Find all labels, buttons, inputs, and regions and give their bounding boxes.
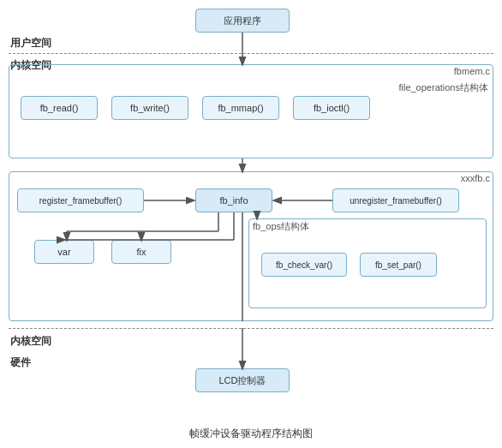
unregister-framebuffer-box: unregister_framebuffer() (332, 188, 459, 212)
diagram-container: 用户空间 内核空间 fbmem.c file_operations结构体 xxx… (0, 0, 502, 448)
user-space-label: 用户空间 (10, 36, 51, 51)
fb-write-box: fb_write() (111, 96, 188, 120)
kernel-space-label-bottom: 内核空间 (10, 334, 51, 349)
dashed-line-top (9, 53, 493, 54)
fb-read-box: fb_read() (21, 96, 98, 120)
fix-box: fix (111, 240, 171, 264)
fb-check-var-box: fb_check_var() (261, 253, 347, 277)
caption: 帧缓冲设备驱动程序结构图 (0, 427, 502, 441)
fbops-label: fb_ops结构体 (253, 220, 309, 233)
hardware-label: 硬件 (10, 355, 31, 370)
dashed-line-middle (9, 328, 493, 329)
lcd-box: LCD控制器 (195, 368, 290, 392)
fb-mmap-box: fb_mmap() (202, 96, 279, 120)
app-box: 应用程序 (195, 9, 290, 33)
fb-ioctl-box: fb_ioctl() (293, 96, 370, 120)
fb-info-box: fb_info (195, 188, 272, 212)
fb-set-par-box: fb_set_par() (360, 253, 437, 277)
var-box: var (34, 240, 94, 264)
register-framebuffer-box: register_framebuffer() (17, 188, 144, 212)
